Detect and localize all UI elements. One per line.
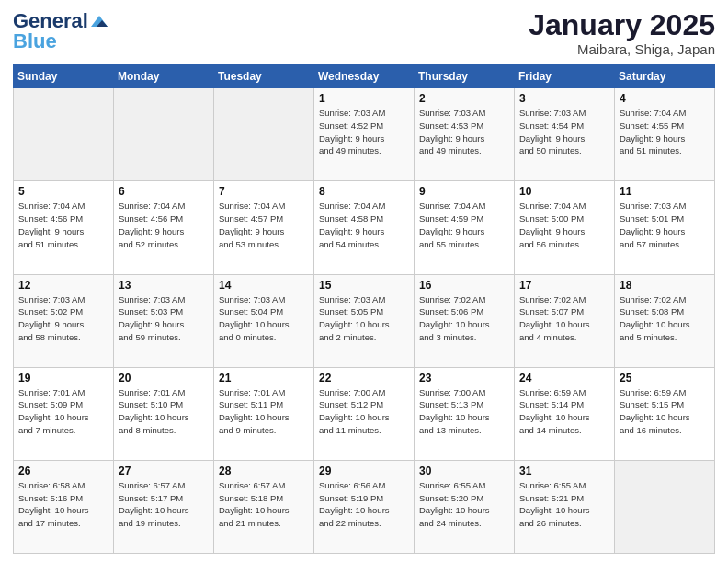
day-number: 20 — [119, 372, 209, 385]
day-number: 24 — [519, 372, 609, 385]
day-info: Sunrise: 7:04 AM Sunset: 4:56 PM Dayligh… — [119, 200, 209, 250]
calendar-cell: 12Sunrise: 7:03 AM Sunset: 5:02 PM Dayli… — [14, 274, 114, 367]
day-info: Sunrise: 6:59 AM Sunset: 5:14 PM Dayligh… — [519, 386, 609, 437]
day-number: 14 — [219, 279, 309, 292]
day-number: 27 — [119, 465, 209, 477]
calendar-subtitle: Maibara, Shiga, Japan — [529, 41, 715, 57]
day-number: 17 — [519, 279, 609, 292]
day-number: 10 — [519, 185, 609, 198]
day-number: 8 — [319, 185, 409, 198]
day-info: Sunrise: 7:03 AM Sunset: 4:54 PM Dayligh… — [519, 107, 609, 157]
day-info: Sunrise: 7:03 AM Sunset: 4:52 PM Dayligh… — [319, 107, 409, 157]
calendar-cell: 28Sunrise: 6:57 AM Sunset: 5:18 PM Dayli… — [214, 460, 314, 553]
day-info: Sunrise: 7:02 AM Sunset: 5:08 PM Dayligh… — [620, 293, 710, 344]
calendar-cell — [14, 88, 114, 181]
calendar-cell: 26Sunrise: 6:58 AM Sunset: 5:16 PM Dayli… — [14, 460, 114, 553]
calendar-cell: 23Sunrise: 7:00 AM Sunset: 5:13 PM Dayli… — [415, 367, 515, 460]
title-block: January 2025 Maibara, Shiga, Japan — [529, 9, 715, 57]
day-info: Sunrise: 7:03 AM Sunset: 4:53 PM Dayligh… — [419, 107, 509, 157]
day-info: Sunrise: 7:03 AM Sunset: 5:05 PM Dayligh… — [319, 293, 409, 344]
logo-icon — [89, 14, 109, 29]
calendar-cell: 16Sunrise: 7:02 AM Sunset: 5:06 PM Dayli… — [415, 274, 515, 367]
calendar-cell — [114, 88, 214, 181]
day-info: Sunrise: 7:04 AM Sunset: 4:56 PM Dayligh… — [18, 200, 108, 250]
day-number: 6 — [119, 185, 209, 198]
day-number: 29 — [319, 465, 409, 477]
day-header-monday: Monday — [114, 65, 214, 88]
day-info: Sunrise: 6:55 AM Sunset: 5:21 PM Dayligh… — [519, 479, 609, 530]
calendar-cell: 22Sunrise: 7:00 AM Sunset: 5:12 PM Dayli… — [314, 367, 415, 460]
day-info: Sunrise: 7:00 AM Sunset: 5:12 PM Dayligh… — [319, 386, 409, 437]
calendar-cell: 6Sunrise: 7:04 AM Sunset: 4:56 PM Daylig… — [114, 181, 214, 274]
header: General Blue January 2025 Maibara, Shiga… — [13, 9, 715, 57]
day-number: 18 — [620, 279, 710, 292]
day-number: 31 — [519, 465, 609, 477]
day-info: Sunrise: 6:56 AM Sunset: 5:19 PM Dayligh… — [319, 479, 409, 530]
day-info: Sunrise: 7:04 AM Sunset: 4:58 PM Dayligh… — [319, 200, 409, 250]
day-info: Sunrise: 6:58 AM Sunset: 5:16 PM Dayligh… — [18, 479, 108, 530]
day-number: 4 — [620, 92, 710, 105]
day-number: 2 — [419, 92, 509, 105]
calendar-cell: 9Sunrise: 7:04 AM Sunset: 4:59 PM Daylig… — [415, 181, 515, 274]
day-info: Sunrise: 7:04 AM Sunset: 4:59 PM Dayligh… — [419, 200, 509, 250]
day-info: Sunrise: 7:03 AM Sunset: 5:02 PM Dayligh… — [18, 293, 108, 344]
calendar-week-row: 1Sunrise: 7:03 AM Sunset: 4:52 PM Daylig… — [14, 88, 715, 181]
day-header-friday: Friday — [515, 65, 615, 88]
calendar-cell: 24Sunrise: 6:59 AM Sunset: 5:14 PM Dayli… — [515, 367, 615, 460]
calendar-week-row: 26Sunrise: 6:58 AM Sunset: 5:16 PM Dayli… — [14, 460, 715, 553]
day-info: Sunrise: 7:04 AM Sunset: 4:55 PM Dayligh… — [620, 107, 710, 157]
day-info: Sunrise: 7:01 AM Sunset: 5:11 PM Dayligh… — [219, 386, 309, 437]
day-number: 7 — [219, 185, 309, 198]
calendar-week-row: 12Sunrise: 7:03 AM Sunset: 5:02 PM Dayli… — [14, 274, 715, 367]
day-header-thursday: Thursday — [415, 65, 515, 88]
day-number: 19 — [18, 372, 108, 385]
day-info: Sunrise: 7:04 AM Sunset: 5:00 PM Dayligh… — [519, 200, 609, 250]
calendar-cell: 1Sunrise: 7:03 AM Sunset: 4:52 PM Daylig… — [314, 88, 415, 181]
day-info: Sunrise: 7:03 AM Sunset: 5:03 PM Dayligh… — [119, 293, 209, 344]
calendar-cell: 25Sunrise: 6:59 AM Sunset: 5:15 PM Dayli… — [615, 367, 715, 460]
calendar-cell: 14Sunrise: 7:03 AM Sunset: 5:04 PM Dayli… — [214, 274, 314, 367]
calendar-cell: 15Sunrise: 7:03 AM Sunset: 5:05 PM Dayli… — [314, 274, 415, 367]
calendar-cell: 7Sunrise: 7:04 AM Sunset: 4:57 PM Daylig… — [214, 181, 314, 274]
day-number: 5 — [18, 185, 108, 198]
day-info: Sunrise: 7:04 AM Sunset: 4:57 PM Dayligh… — [219, 200, 309, 250]
calendar-cell: 20Sunrise: 7:01 AM Sunset: 5:10 PM Dayli… — [114, 367, 214, 460]
calendar-cell: 31Sunrise: 6:55 AM Sunset: 5:21 PM Dayli… — [515, 460, 615, 553]
calendar-cell: 10Sunrise: 7:04 AM Sunset: 5:00 PM Dayli… — [515, 181, 615, 274]
day-number: 12 — [18, 279, 108, 292]
day-header-saturday: Saturday — [615, 65, 715, 88]
day-info: Sunrise: 7:03 AM Sunset: 5:01 PM Dayligh… — [620, 200, 710, 250]
day-header-tuesday: Tuesday — [214, 65, 314, 88]
day-info: Sunrise: 6:57 AM Sunset: 5:18 PM Dayligh… — [219, 479, 309, 530]
day-number: 11 — [620, 185, 710, 198]
calendar-cell — [214, 88, 314, 181]
calendar-cell: 17Sunrise: 7:02 AM Sunset: 5:07 PM Dayli… — [515, 274, 615, 367]
day-number: 9 — [419, 185, 509, 198]
day-number: 25 — [620, 372, 710, 385]
calendar-cell: 29Sunrise: 6:56 AM Sunset: 5:19 PM Dayli… — [314, 460, 415, 553]
calendar-week-row: 19Sunrise: 7:01 AM Sunset: 5:09 PM Dayli… — [14, 367, 715, 460]
day-number: 23 — [419, 372, 509, 385]
day-info: Sunrise: 7:00 AM Sunset: 5:13 PM Dayligh… — [419, 386, 509, 437]
day-info: Sunrise: 7:01 AM Sunset: 5:09 PM Dayligh… — [18, 386, 108, 437]
logo: General Blue — [13, 9, 109, 53]
day-info: Sunrise: 7:01 AM Sunset: 5:10 PM Dayligh… — [119, 386, 209, 437]
day-info: Sunrise: 6:55 AM Sunset: 5:20 PM Dayligh… — [419, 479, 509, 530]
calendar-cell: 2Sunrise: 7:03 AM Sunset: 4:53 PM Daylig… — [415, 88, 515, 181]
calendar-cell: 30Sunrise: 6:55 AM Sunset: 5:20 PM Dayli… — [415, 460, 515, 553]
day-number: 3 — [519, 92, 609, 105]
calendar-cell: 13Sunrise: 7:03 AM Sunset: 5:03 PM Dayli… — [114, 274, 214, 367]
logo-blue: Blue — [13, 29, 57, 53]
day-info: Sunrise: 7:02 AM Sunset: 5:07 PM Dayligh… — [519, 293, 609, 344]
day-number: 30 — [419, 465, 509, 477]
calendar-table: SundayMondayTuesdayWednesdayThursdayFrid… — [13, 64, 715, 554]
day-number: 1 — [319, 92, 409, 105]
day-number: 15 — [319, 279, 409, 292]
calendar-header-row: SundayMondayTuesdayWednesdayThursdayFrid… — [14, 65, 715, 88]
calendar-title: January 2025 — [529, 9, 715, 41]
calendar-cell — [615, 460, 715, 553]
calendar-cell: 21Sunrise: 7:01 AM Sunset: 5:11 PM Dayli… — [214, 367, 314, 460]
calendar-cell: 3Sunrise: 7:03 AM Sunset: 4:54 PM Daylig… — [515, 88, 615, 181]
calendar-cell: 11Sunrise: 7:03 AM Sunset: 5:01 PM Dayli… — [615, 181, 715, 274]
page: General Blue January 2025 Maibara, Shiga… — [0, 0, 728, 563]
